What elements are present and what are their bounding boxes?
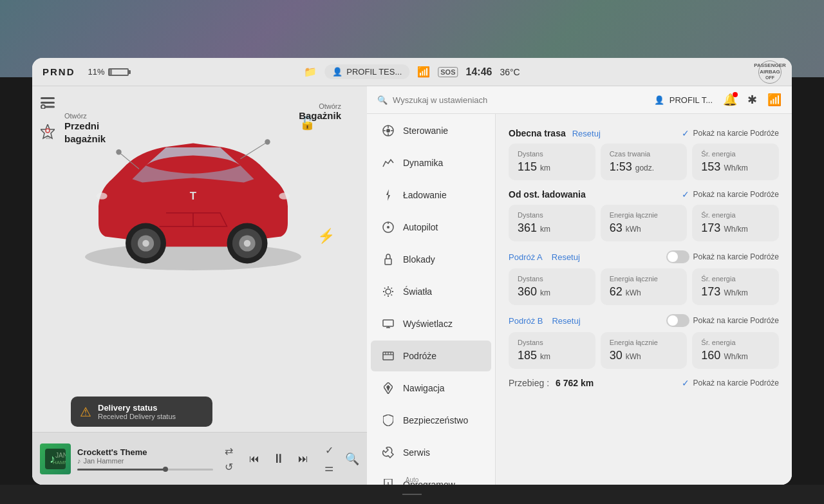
trip-a-distance-label: Dystans xyxy=(518,275,586,283)
svg-point-2 xyxy=(41,105,45,109)
svg-text:JAN: JAN xyxy=(55,452,66,459)
main-content: ⚠ Otwórz Przednibagażnik 🔓 Otwórz Bagażn… xyxy=(32,86,792,485)
trip-a-toggle[interactable] xyxy=(666,250,689,263)
bluetooth-icon[interactable]: ✱ xyxy=(747,93,757,107)
trip-b-reset[interactable]: Resetuj xyxy=(552,316,580,326)
battery-fill xyxy=(109,70,112,75)
nav-item-serwis[interactable]: Serwis xyxy=(371,437,491,468)
trip-b-show-checkbox[interactable]: Pokaż na karcie Podróże xyxy=(666,314,779,327)
nav-item-bezpieczenstwo[interactable]: Bezpieczeństwo xyxy=(371,405,491,436)
show-on-card-label-mileage: Pokaż na karcie Podróże xyxy=(693,378,779,387)
nav-item-sterowanie[interactable]: Sterowanie xyxy=(371,115,491,146)
trunk-main[interactable]: Bagażnik xyxy=(299,110,341,121)
settings-search-area: 🔍 xyxy=(377,95,648,105)
wifi-icon-settings[interactable]: 📶 xyxy=(767,93,782,107)
current-trip-show-checkbox[interactable]: ✓ Pokaż na karcie Podróże xyxy=(682,128,779,138)
trip-a-total-label: Energia łącznie xyxy=(610,275,679,283)
nav-item-swiatla[interactable]: Światła xyxy=(371,276,491,307)
prnd-display: PRND xyxy=(42,66,75,77)
trip-a-distance-card: Dystans 360 km xyxy=(509,268,595,305)
left-sidebar: ⚠ xyxy=(37,93,58,143)
nav-item-blokady[interactable]: Blokady xyxy=(371,244,491,275)
next-button[interactable]: ⏭ xyxy=(294,449,313,469)
current-distance-label: Dystans xyxy=(518,150,586,158)
blokady-icon xyxy=(381,252,395,266)
since-charge-show-checkbox[interactable]: ✓ Pokaż na karcie Podróże xyxy=(682,189,779,200)
delivery-subtitle: Received Delivery status xyxy=(98,413,176,420)
trip-a-distance-value: 360 km xyxy=(518,285,586,299)
nav-item-autopilot[interactable]: Autopilot xyxy=(371,212,491,243)
pause-button[interactable]: ⏸ xyxy=(269,449,288,469)
profile-button[interactable]: 👤 PROFIL TES... xyxy=(324,64,409,79)
tesla-screen: PRND 11% 📁 👤 PROFIL TES... 📶 SOS 14:46 3… xyxy=(32,58,792,485)
music-player: ♪ JAN HAMMER Crockett's Theme ♪ Jan Hamm… xyxy=(32,432,367,485)
nav-label-serwis: Serwis xyxy=(403,447,430,458)
time-display: 14:46 xyxy=(466,66,492,78)
nav-item-oprogramow[interactable]: Oprogramow. xyxy=(371,469,491,485)
right-status: PASSENGERAIRBAGOFF xyxy=(758,61,782,84)
trip-a-title[interactable]: Podróż A xyxy=(509,252,543,262)
extra-controls-1: ⇄ ↺ xyxy=(225,445,233,473)
bottom-taskbar: Auto xyxy=(0,485,824,504)
charge-total-value: 63 kWh xyxy=(610,221,679,235)
auto-label: Auto xyxy=(406,476,419,483)
nav-item-ladowanie[interactable]: Ładowanie xyxy=(371,180,491,210)
swiatla-icon xyxy=(381,285,395,299)
nav-label-autopilot: Autopilot xyxy=(403,222,438,232)
nav-label-bezpieczenstwo: Bezpieczeństwo xyxy=(403,415,468,425)
settings-content-area: Sterowanie Dynamika Ładowanie xyxy=(367,114,792,485)
nav-item-dynamika[interactable]: Dynamika xyxy=(371,147,491,178)
svg-rect-0 xyxy=(41,97,55,99)
trip-a-avg-label: Śr. energia xyxy=(701,275,770,283)
search-input[interactable] xyxy=(393,95,521,105)
equalizer-icon[interactable]: ⚌ xyxy=(324,462,333,474)
trip-b-title[interactable]: Podróż B xyxy=(509,316,543,326)
nav-label-sterowanie: Sterowanie xyxy=(403,126,448,136)
current-trip-title: Obecna trasa xyxy=(509,128,566,138)
notification-btn[interactable]: 🔔 xyxy=(723,93,737,107)
delivery-notification[interactable]: ⚠ Delivery status Received Delivery stat… xyxy=(71,397,212,427)
airbag-text: PASSENGERAIRBAGOFF xyxy=(754,62,786,81)
search-music-btn[interactable]: 🔍 xyxy=(345,452,359,466)
nav-item-podroze[interactable]: Podróże xyxy=(371,341,491,371)
right-profile-display[interactable]: 👤 PROFIL T... xyxy=(654,95,713,105)
right-profile-label: PROFIL T... xyxy=(670,95,713,105)
airbag-badge: PASSENGERAIRBAGOFF xyxy=(758,61,782,84)
trip-a-reset[interactable]: Resetuj xyxy=(552,252,580,262)
trip-b-distance-label: Dystans xyxy=(518,339,586,346)
since-charge-stats: Dystans 361 km Energia łącznie 63 kWh xyxy=(509,205,779,241)
notification-badge xyxy=(733,92,738,97)
mileage-show-checkbox[interactable]: ✓ Pokaż na karcie Podróże xyxy=(682,378,779,388)
nav-item-nawigacja[interactable]: Nawigacja xyxy=(371,373,491,404)
checkmark-icon-mileage: ✓ xyxy=(682,378,689,388)
current-energy-value: 153 Wh/km xyxy=(701,160,770,174)
shuffle-icon[interactable]: ⇄ xyxy=(225,445,233,457)
progress-bar[interactable] xyxy=(77,469,213,471)
trip-b-header: Podróż B Resetuj Pokaż na karcie Podróże xyxy=(509,314,779,327)
nav-item-wyswietlacz[interactable]: Wyświetlacz xyxy=(371,308,491,339)
trip-b-toggle[interactable] xyxy=(666,314,689,327)
current-trip-stats: Dystans 115 km Czas trwania 1:53 godz. xyxy=(509,144,779,180)
svg-text:T: T xyxy=(190,190,197,202)
repeat-icon[interactable]: ↺ xyxy=(225,461,233,473)
svg-line-43 xyxy=(384,295,386,296)
front-trunk-main[interactable]: Przednibagażnik xyxy=(64,120,106,145)
prev-button[interactable]: ⏮ xyxy=(245,449,264,469)
current-trip-reset[interactable]: Resetuj xyxy=(572,129,601,138)
search-music-icon: 🔍 xyxy=(345,453,359,465)
alert-icon[interactable]: ⚠ xyxy=(37,122,58,143)
ladowanie-icon xyxy=(381,188,395,202)
trip-b-total-energy-card: Energia łącznie 30 kWh xyxy=(601,332,688,369)
trunk-label: Otwórz Bagażnik xyxy=(299,102,341,121)
svg-rect-1 xyxy=(41,102,55,104)
since-charge-header: Od ost. ładowania ✓ Pokaż na karcie Podr… xyxy=(509,189,779,200)
trip-a-show-checkbox[interactable]: Pokaż na karcie Podróże xyxy=(666,250,779,263)
menu-icon[interactable] xyxy=(37,93,58,113)
oprogramow-icon xyxy=(381,478,395,485)
serwis-icon xyxy=(381,445,395,460)
checkmark-icon[interactable]: ✓ xyxy=(325,444,333,456)
charge-total-label: Energia łącznie xyxy=(610,211,679,219)
checkmark-icon-charge: ✓ xyxy=(682,189,689,200)
temp-display: 36°C xyxy=(500,67,520,77)
trip-b-distance-value: 185 km xyxy=(518,349,586,362)
